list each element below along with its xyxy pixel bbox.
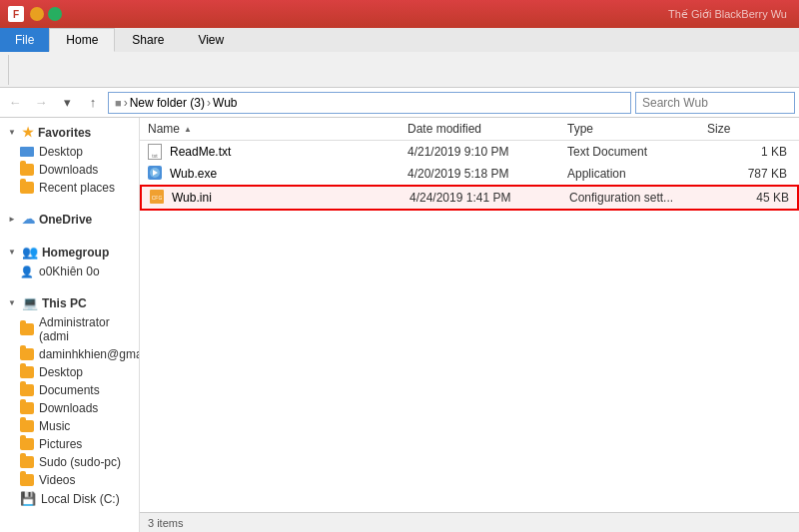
sidebar-videos-label: Videos bbox=[39, 473, 75, 487]
col-header-type[interactable]: Type bbox=[567, 122, 707, 136]
expand-onedrive-icon: ► bbox=[8, 215, 16, 224]
sidebar-header-favorites[interactable]: ▼ ★ Favorites bbox=[0, 122, 139, 143]
sidebar-item-music[interactable]: Music bbox=[0, 417, 139, 435]
sidebar-item-sudo[interactable]: Sudo (sudo-pc) bbox=[0, 453, 139, 471]
sidebar-section-favorites: ▼ ★ Favorites Desktop Downloads Recent p… bbox=[0, 122, 139, 197]
table-row[interactable]: CFG Wub.ini 4/24/2019 1:41 PM Configurat… bbox=[140, 185, 799, 211]
file-list: txt ReadMe.txt 4/21/2019 9:10 PM Text Do… bbox=[140, 141, 799, 512]
sidebar-item-documents[interactable]: Documents bbox=[0, 381, 139, 399]
music-folder-icon bbox=[20, 420, 34, 432]
nav-dropdown-btn[interactable]: ▾ bbox=[56, 92, 78, 114]
nav-up-btn[interactable]: ↑ bbox=[82, 92, 104, 114]
tab-home[interactable]: Home bbox=[49, 28, 115, 52]
file-date: 4/21/2019 9:10 PM bbox=[407, 145, 567, 159]
sidebar-item-daminhkhien[interactable]: daminhkhien@gma bbox=[0, 345, 139, 363]
sidebar-daminhkhien-label: daminhkhien@gma bbox=[39, 347, 140, 361]
expand-favorites-icon: ▼ bbox=[8, 128, 16, 137]
file-type: Configuration sett... bbox=[569, 191, 709, 205]
expand-homegroup-icon: ▼ bbox=[8, 248, 16, 257]
sidebar-recent-label: Recent places bbox=[39, 181, 115, 195]
sidebar-music-label: Music bbox=[39, 419, 70, 433]
videos-folder-icon bbox=[20, 474, 34, 486]
sidebar-downloads-label: Downloads bbox=[39, 163, 98, 177]
path-part-1: New folder (3) bbox=[130, 96, 205, 110]
sidebar-item-pictures[interactable]: Pictures bbox=[0, 435, 139, 453]
localdisk-icon: 💾 bbox=[20, 491, 36, 506]
sidebar-item-desktop[interactable]: Desktop bbox=[0, 143, 139, 161]
daminhkhien-folder-icon bbox=[20, 348, 34, 360]
sidebar-section-thispc: ▼ 💻 This PC Administrator (admi daminhkh… bbox=[0, 292, 139, 508]
sidebar: ▼ ★ Favorites Desktop Downloads Recent p… bbox=[0, 118, 140, 532]
tab-file[interactable]: File bbox=[0, 28, 49, 52]
sidebar-item-admin[interactable]: Administrator (admi bbox=[0, 313, 139, 345]
expand-thispc-icon: ▼ bbox=[8, 298, 16, 307]
thispc-icon: 💻 bbox=[22, 295, 38, 310]
desktop-icon bbox=[20, 147, 34, 157]
file-icon-txt: txt bbox=[148, 144, 164, 160]
sidebar-homegroup-label: Homegroup bbox=[42, 246, 109, 260]
sidebar-admin-label: Administrator (admi bbox=[39, 315, 131, 343]
sidebar-item-user[interactable]: 👤 o0Khiên 0o bbox=[0, 263, 139, 280]
tab-share[interactable]: Share bbox=[115, 28, 181, 52]
col-header-size[interactable]: Size bbox=[707, 122, 787, 136]
main-layout: ▼ ★ Favorites Desktop Downloads Recent p… bbox=[0, 118, 799, 532]
sidebar-item-pc-desktop[interactable]: Desktop bbox=[0, 363, 139, 381]
sidebar-section-onedrive: ► ☁ OneDrive bbox=[0, 209, 139, 230]
pictures-folder-icon bbox=[20, 438, 34, 450]
downloads-folder-icon bbox=[20, 164, 34, 176]
svg-text:CFG: CFG bbox=[152, 195, 163, 201]
file-size: 45 KB bbox=[709, 191, 789, 205]
sidebar-spacer-1 bbox=[0, 201, 139, 209]
sidebar-header-thispc[interactable]: ▼ 💻 This PC bbox=[0, 292, 139, 313]
file-date: 4/24/2019 1:41 PM bbox=[409, 191, 569, 205]
sidebar-item-downloads[interactable]: Downloads bbox=[0, 161, 139, 179]
col-header-date[interactable]: Date modified bbox=[407, 122, 567, 136]
sidebar-item-recent[interactable]: Recent places bbox=[0, 179, 139, 197]
sidebar-pictures-label: Pictures bbox=[39, 437, 82, 451]
file-name: Wub.exe bbox=[170, 167, 217, 181]
sidebar-pc-downloads-label: Downloads bbox=[39, 401, 98, 415]
sidebar-desktop-label: Desktop bbox=[39, 145, 83, 159]
path-part-2: Wub bbox=[213, 96, 237, 110]
sidebar-item-localdisk[interactable]: 💾 Local Disk (C:) bbox=[0, 489, 139, 508]
sidebar-localdisk-label: Local Disk (C:) bbox=[41, 492, 120, 506]
file-type: Text Document bbox=[567, 145, 707, 159]
address-path[interactable]: ■ › New folder (3) › Wub bbox=[108, 92, 631, 114]
sidebar-item-videos[interactable]: Videos bbox=[0, 471, 139, 489]
status-text: 3 items bbox=[148, 517, 183, 529]
pc-downloads-icon bbox=[20, 402, 34, 414]
sidebar-thispc-label: This PC bbox=[42, 296, 87, 310]
watermark: Thế Giới BlackBerry Wu bbox=[668, 8, 787, 21]
homegroup-icon: 👥 bbox=[22, 245, 38, 260]
file-date: 4/20/2019 5:18 PM bbox=[407, 167, 567, 181]
window-minimize-btn[interactable] bbox=[30, 7, 44, 21]
sort-arrow-name: ▲ bbox=[184, 125, 192, 134]
sidebar-header-homegroup[interactable]: ▼ 👥 Homegroup bbox=[0, 242, 139, 263]
ribbon-content bbox=[0, 52, 799, 88]
file-icon-ini: CFG bbox=[150, 190, 166, 206]
nav-forward-btn[interactable]: → bbox=[30, 92, 52, 114]
table-row[interactable]: txt ReadMe.txt 4/21/2019 9:10 PM Text Do… bbox=[140, 141, 799, 163]
app-icon: F bbox=[8, 6, 24, 22]
sidebar-onedrive-label: OneDrive bbox=[39, 213, 92, 227]
table-row[interactable]: Wub.exe 4/20/2019 5:18 PM Application 78… bbox=[140, 163, 799, 185]
sidebar-section-homegroup: ▼ 👥 Homegroup 👤 o0Khiên 0o bbox=[0, 242, 139, 280]
sidebar-spacer-3 bbox=[0, 284, 139, 292]
search-input[interactable] bbox=[635, 92, 795, 114]
file-type: Application bbox=[567, 167, 707, 181]
window-maximize-btn[interactable] bbox=[48, 7, 62, 21]
user-icon: 👤 bbox=[20, 266, 34, 278]
file-name-cell: Wub.exe bbox=[148, 166, 407, 182]
col-header-name[interactable]: Name ▲ bbox=[148, 122, 407, 136]
path-home-icon: ■ bbox=[115, 97, 122, 109]
documents-folder-icon bbox=[20, 384, 34, 396]
content-area: Name ▲ Date modified Type Size txt bbox=[140, 118, 799, 532]
sidebar-header-onedrive[interactable]: ► ☁ OneDrive bbox=[0, 209, 139, 230]
sidebar-pc-desktop-label: Desktop bbox=[39, 365, 83, 379]
tab-view[interactable]: View bbox=[181, 28, 241, 52]
sidebar-item-pc-downloads[interactable]: Downloads bbox=[0, 399, 139, 417]
admin-folder-icon bbox=[20, 323, 34, 335]
sidebar-sudo-label: Sudo (sudo-pc) bbox=[39, 455, 121, 469]
title-bar-left: F bbox=[8, 6, 62, 22]
nav-back-btn[interactable]: ← bbox=[4, 92, 26, 114]
